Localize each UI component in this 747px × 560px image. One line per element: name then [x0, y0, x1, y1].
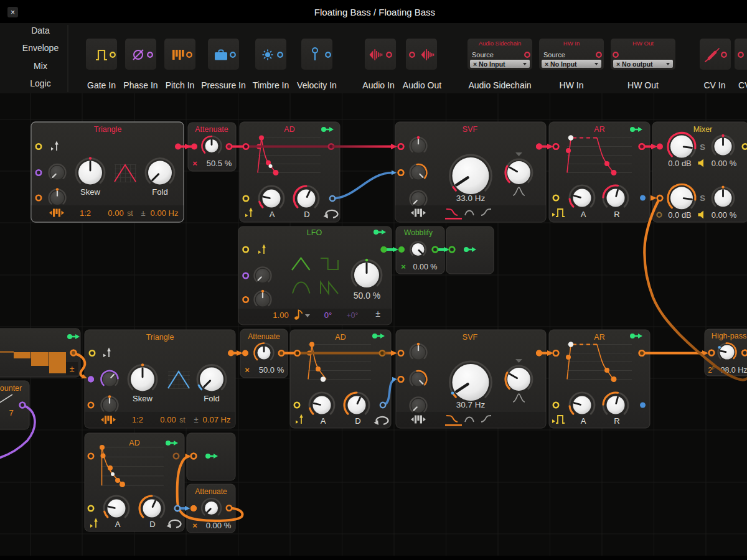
svg-text:1:2: 1:2	[132, 415, 143, 424]
svg-text:0.07 Hz: 0.07 Hz	[203, 415, 231, 424]
svg-text:Source: Source	[472, 51, 494, 58]
svg-text:AD: AD	[129, 439, 139, 447]
svg-text:Timbre In: Timbre In	[253, 80, 289, 90]
svg-text:Floating Bass / Floating Bass: Floating Bass / Floating Bass	[314, 7, 435, 17]
svg-text:0.00: 0.00	[160, 415, 176, 424]
svg-text:Velocity In: Velocity In	[297, 80, 337, 90]
svg-text:A: A	[115, 520, 121, 529]
svg-text:A: A	[581, 416, 586, 426]
svg-text:Source: Source	[543, 51, 565, 58]
svg-text:Fold: Fold	[152, 187, 167, 197]
svg-text:0.00 Hz: 0.00 Hz	[151, 208, 179, 218]
svg-text:D: D	[355, 416, 360, 426]
svg-text:Attenuate: Attenuate	[195, 487, 227, 496]
svg-text:50.5 %: 50.5 %	[207, 159, 232, 168]
svg-text:Skew: Skew	[80, 187, 100, 197]
svg-text:×: ×	[245, 365, 250, 375]
svg-text:×: ×	[192, 521, 197, 530]
svg-text:0.00: 0.00	[108, 208, 123, 218]
svg-text:0.00 %: 0.00 %	[712, 210, 737, 220]
svg-text:×: ×	[11, 8, 15, 17]
svg-text:Attenuate: Attenuate	[248, 332, 280, 341]
svg-text:AD: AD	[284, 125, 294, 134]
svg-text:AD: AD	[335, 333, 345, 342]
svg-text:AR: AR	[594, 333, 604, 342]
svg-text:st: st	[127, 209, 133, 218]
svg-text:0.00 %: 0.00 %	[413, 263, 438, 271]
svg-text:SVF: SVF	[463, 125, 478, 134]
svg-text:A: A	[321, 416, 326, 426]
svg-text:±: ±	[141, 208, 145, 218]
svg-text:Audio Out: Audio Out	[403, 80, 441, 90]
svg-text:Audio In: Audio In	[362, 80, 394, 90]
svg-text:CV In: CV In	[703, 80, 725, 90]
svg-text:Skew: Skew	[133, 394, 153, 403]
svg-text:HW In: HW In	[560, 80, 584, 90]
svg-text:0.0 dB: 0.0 dB	[668, 210, 692, 220]
svg-text:S: S	[700, 142, 705, 152]
svg-text:R: R	[614, 416, 619, 426]
svg-text:1:2: 1:2	[80, 208, 91, 218]
svg-text:Pitch In: Pitch In	[166, 80, 195, 90]
svg-text:Gate In: Gate In	[87, 80, 116, 90]
svg-text:A: A	[270, 210, 275, 219]
svg-text:Audio Sidechain: Audio Sidechain	[468, 80, 531, 90]
svg-text:Pressure In: Pressure In	[201, 80, 246, 90]
svg-text:Triangle: Triangle	[146, 333, 174, 342]
svg-text:7: 7	[9, 408, 13, 418]
svg-text:HW Out: HW Out	[632, 40, 654, 47]
svg-text:A: A	[581, 210, 586, 219]
svg-text:CV Out: CV Out	[738, 80, 747, 90]
svg-text:Data: Data	[31, 26, 50, 35]
svg-text:×: ×	[401, 262, 406, 271]
svg-text:R: R	[614, 210, 619, 219]
svg-text:AR: AR	[594, 125, 604, 134]
svg-text:Audio Sidechain: Audio Sidechain	[479, 40, 522, 47]
svg-text:SVF: SVF	[463, 333, 478, 342]
svg-text:LFO: LFO	[307, 228, 322, 237]
svg-text:±: ±	[375, 309, 380, 319]
svg-text:st: st	[179, 416, 186, 424]
svg-text:Logic: Logic	[30, 78, 50, 88]
svg-text:Counter: Counter	[0, 384, 22, 393]
svg-text:±: ±	[194, 415, 198, 424]
svg-text:±: ±	[70, 364, 75, 374]
svg-text:High-pass: High-pass	[712, 332, 746, 340]
svg-text:Mix: Mix	[34, 61, 47, 71]
svg-text:× No Input: × No Input	[473, 60, 505, 68]
svg-text:30.7 Hz: 30.7 Hz	[456, 400, 486, 409]
svg-text:Attenuate: Attenuate	[195, 125, 228, 134]
svg-text:D: D	[304, 210, 309, 219]
svg-text:0.0 dB: 0.0 dB	[668, 159, 692, 168]
svg-text:0.00 %: 0.00 %	[712, 159, 737, 168]
svg-text:33.0 Hz: 33.0 Hz	[456, 194, 486, 203]
svg-text:Fold: Fold	[204, 394, 219, 403]
svg-text:S: S	[700, 194, 705, 203]
svg-text:HW In: HW In	[563, 40, 580, 47]
svg-text:× No Input: × No Input	[545, 60, 577, 68]
svg-text:1.00: 1.00	[273, 310, 288, 320]
svg-text:50.0 %: 50.0 %	[354, 291, 381, 301]
svg-text:50.0 %: 50.0 %	[259, 365, 284, 375]
svg-text:Triangle: Triangle	[94, 125, 122, 134]
svg-text:Envelope: Envelope	[22, 43, 59, 53]
svg-text:× No output: × No output	[616, 60, 653, 68]
svg-text:D: D	[149, 520, 155, 529]
svg-text:HW Out: HW Out	[627, 80, 659, 90]
svg-text:Wobblify: Wobblify	[404, 228, 433, 237]
svg-text:Phase In: Phase In	[123, 80, 157, 90]
svg-text:×: ×	[192, 159, 197, 168]
svg-text:Mixer: Mixer	[693, 125, 713, 134]
svg-text:0°: 0°	[324, 310, 332, 320]
svg-text:+0°: +0°	[347, 311, 359, 320]
